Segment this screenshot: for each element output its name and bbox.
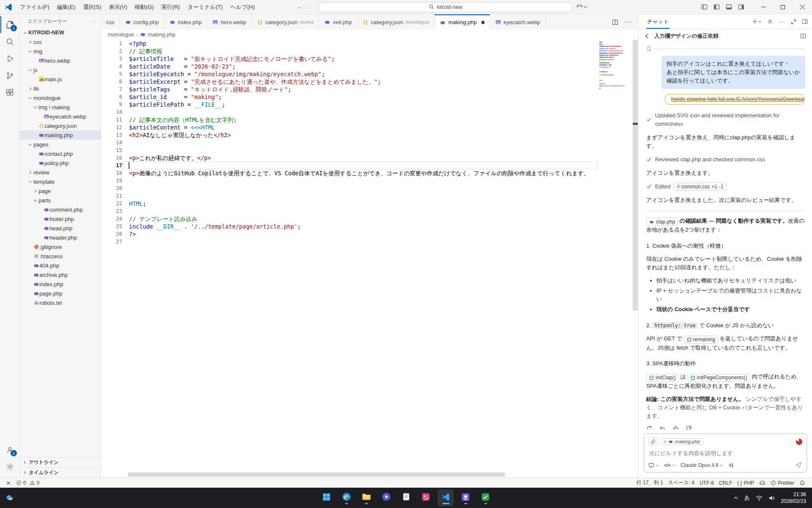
sidebar-section[interactable]: タイムライン bbox=[20, 467, 101, 478]
tree-item-header-php[interactable]: header.php bbox=[20, 233, 101, 242]
search-activity-icon[interactable] bbox=[0, 33, 19, 50]
tree-item-footer-php[interactable]: footer.php bbox=[20, 214, 101, 224]
menu-item[interactable]: ヘルプ(H) bbox=[227, 2, 259, 13]
explorer-activity-icon[interactable]: 1 bbox=[0, 16, 19, 33]
menu-item[interactable]: 選択(S) bbox=[79, 2, 105, 13]
code-line-4[interactable]: 4$articleDate = "2026-02-23"; bbox=[101, 63, 598, 70]
tree-item-page[interactable]: page bbox=[20, 186, 101, 196]
menu-item[interactable]: 実行(R) bbox=[158, 2, 184, 13]
edited-file-row[interactable]: Edited # common.css +1 -1 bbox=[646, 182, 805, 191]
customize-layout-icon[interactable] bbox=[701, 4, 708, 10]
code-line-15[interactable]: 15 bbox=[101, 146, 598, 154]
taskbar-media-player-icon[interactable] bbox=[378, 489, 394, 506]
editor-tab-css[interactable]: css bbox=[101, 14, 120, 30]
taskbar-paint-app-icon[interactable] bbox=[418, 489, 434, 506]
code-area[interactable]: 1<?php2// 記事情報3$articleTitle = "新キットロイド完… bbox=[101, 40, 598, 472]
settings-gear-icon[interactable] bbox=[0, 458, 19, 475]
tree-item-img[interactable]: img bbox=[20, 47, 101, 56]
code-line-5[interactable]: 5$articleEyecatch = "/monologue/img/maki… bbox=[101, 70, 598, 78]
tree-item-review[interactable]: review bbox=[20, 168, 101, 177]
chat-history[interactable]: 拍手のアイコンはこれに置き換えてほしいです・ あと拍手に関しては本当にこの実装方… bbox=[639, 43, 812, 429]
code-line-13[interactable]: 13<h2>AIなしじゃ実現しなかった</h2> bbox=[101, 131, 598, 139]
tree-item-kitroid-new[interactable]: KITROID-NEW bbox=[20, 28, 101, 37]
formatter-status[interactable]: Prettier bbox=[768, 480, 797, 486]
minimap[interactable] bbox=[599, 41, 631, 91]
vertical-scrollbar[interactable] bbox=[632, 40, 638, 472]
code-line-11[interactable]: 11// 記事本文の内容（HTMLを含む文字列） bbox=[101, 116, 598, 124]
chevron-down-icon[interactable] bbox=[27, 68, 33, 72]
tree-item-archive-php[interactable]: archive.php bbox=[20, 270, 101, 279]
breadcrumb[interactable]: monologue › making.php bbox=[101, 30, 638, 40]
ime-indicator[interactable]: あ bbox=[744, 494, 750, 502]
code-line-18[interactable]: 18<p>画像のようにGitHub Copilotを使用することで、VS Cod… bbox=[101, 169, 598, 177]
taskbar-start-icon[interactable] bbox=[318, 489, 335, 506]
chevron-down-icon[interactable] bbox=[22, 30, 28, 35]
undo-icon[interactable] bbox=[659, 425, 666, 430]
chevron-right-icon[interactable] bbox=[27, 170, 33, 175]
tree-item-contact-php[interactable]: contact.php bbox=[20, 149, 101, 158]
chat-settings-gear-icon[interactable] bbox=[767, 19, 773, 25]
menu-item[interactable]: 編集(E) bbox=[53, 2, 79, 13]
code-line-6[interactable]: 6$articleExcerpt = "完成させるにあたり通った道や、作成方法な… bbox=[101, 78, 598, 86]
initclap-symbol-chip[interactable]: initClap() bbox=[646, 374, 679, 382]
menu-item[interactable]: 移動(G) bbox=[131, 2, 158, 13]
chevron-down-icon[interactable] bbox=[27, 179, 33, 184]
tree-item-comment-php[interactable]: comment.php bbox=[20, 205, 101, 214]
code-line-19[interactable]: 19 bbox=[101, 177, 598, 185]
expand-chat-icon[interactable] bbox=[791, 19, 796, 25]
remaining-symbol-chip[interactable]: remaining bbox=[684, 336, 719, 344]
editor-tab-making-php[interactable]: making.php bbox=[435, 14, 490, 30]
remote-indicator[interactable] bbox=[3, 478, 14, 488]
taskbar-green-app-icon[interactable] bbox=[477, 489, 494, 506]
copilot-menu-button[interactable] bbox=[576, 4, 587, 10]
taskbar-vscode-icon[interactable] bbox=[438, 489, 454, 506]
editor-tab-category-json[interactable]: {}category.jsonreview bbox=[252, 14, 320, 30]
new-chat-button[interactable] bbox=[752, 19, 762, 25]
code-line-22[interactable]: 22HTML; bbox=[101, 200, 598, 207]
chat-input-placeholder[interactable]: 次にビルドする内容を説明します bbox=[649, 450, 801, 457]
code-line-24[interactable]: 24// テンプレート読み込み bbox=[101, 215, 598, 223]
indentation[interactable]: スペース: 4 bbox=[666, 479, 697, 486]
eol-sequence[interactable]: CRLF bbox=[716, 480, 735, 486]
code-context-picker[interactable]: </> bbox=[664, 463, 675, 468]
tree-item-index-php[interactable]: index.php bbox=[20, 279, 101, 289]
tree-item-robots-txt[interactable]: robots.txt bbox=[20, 298, 101, 307]
code-line-20[interactable]: 20 bbox=[101, 185, 598, 192]
tab-chat[interactable]: チャット bbox=[646, 14, 669, 29]
code-line-23[interactable]: 23 bbox=[101, 207, 598, 215]
code-editor[interactable]: 1<?php2// 記事情報3$articleTitle = "新キットロイド完… bbox=[101, 40, 638, 478]
code-line-12[interactable]: 12$articleContent = <<<HTML bbox=[101, 124, 598, 131]
toggle-secondary-sidebar-icon[interactable] bbox=[738, 4, 744, 10]
back-icon[interactable] bbox=[644, 33, 650, 39]
bookmark-icon[interactable] bbox=[646, 46, 652, 52]
code-line-25[interactable]: 25include __DIR__ . '/../template/page/a… bbox=[101, 223, 598, 230]
source-control-activity-icon[interactable] bbox=[0, 67, 19, 84]
code-line-1[interactable]: 1<?php bbox=[101, 40, 598, 47]
code-line-2[interactable]: 2// 記事情報 bbox=[101, 47, 598, 55]
code-line-21[interactable]: 21 bbox=[101, 192, 598, 200]
chevron-right-icon[interactable] bbox=[32, 189, 38, 193]
editor-tab-config-php[interactable]: config.php bbox=[120, 14, 165, 30]
tree-item-parts[interactable]: parts bbox=[20, 196, 101, 205]
account-icon[interactable]: 1 bbox=[0, 441, 19, 458]
tree-item-lib[interactable]: lib bbox=[20, 84, 101, 93]
taskbar-notepad-icon[interactable] bbox=[398, 489, 414, 506]
clap-php-chip[interactable]: clap.php bbox=[646, 218, 678, 226]
editor-tab-hero-webp[interactable]: hero.webp bbox=[207, 14, 252, 30]
chevron-down-icon[interactable] bbox=[27, 49, 33, 54]
minimize-button[interactable] bbox=[754, 0, 773, 14]
extensions-activity-icon[interactable] bbox=[0, 84, 19, 101]
tree-item-page-php[interactable]: page.php bbox=[20, 289, 101, 298]
toggle-panel-icon[interactable] bbox=[726, 4, 732, 10]
tree-item-pages[interactable]: pages bbox=[20, 140, 101, 149]
tree-item-policy-php[interactable]: policy.php bbox=[20, 158, 101, 168]
chevron-down-icon[interactable] bbox=[32, 105, 38, 110]
chevron-down-icon[interactable] bbox=[27, 96, 33, 100]
tree-item-eyecatch-webp[interactable]: eyecatch.webp bbox=[20, 112, 101, 121]
editor-tab-category-json[interactable]: {}category.jsonmonologue bbox=[357, 14, 435, 30]
maximize-button[interactable] bbox=[773, 0, 793, 14]
sidebar-section[interactable]: アウトライン bbox=[20, 457, 101, 467]
tree-item-template[interactable]: template bbox=[20, 177, 101, 186]
problems-indicator[interactable]: 0 0 bbox=[14, 478, 42, 488]
code-line-9[interactable]: 9$articleFilePath = __FILE__; bbox=[101, 101, 598, 108]
